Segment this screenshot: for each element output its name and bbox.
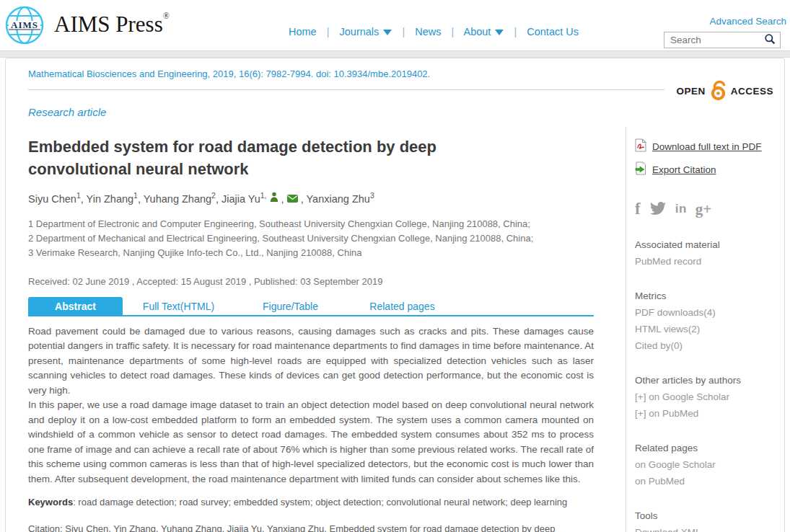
author[interactable]: Siyu Chen1 bbox=[28, 193, 81, 205]
tab-abstract[interactable]: Abstract bbox=[28, 297, 123, 315]
export-citation-icon bbox=[635, 161, 646, 178]
abstract-body: Road pavement could be damaged due to va… bbox=[28, 324, 594, 487]
abstract-paragraph-2: In this paper, we use a road damage imag… bbox=[28, 398, 594, 487]
panel-top: Mathematical Biosciences and Engineering… bbox=[6, 58, 784, 127]
section-title: Metrics bbox=[635, 288, 780, 304]
tab-related-pages[interactable]: Related pages bbox=[346, 297, 458, 315]
google-plus-icon[interactable]: g+ bbox=[695, 200, 711, 218]
logo-wordmark: AIMS Press® bbox=[54, 11, 170, 37]
search-area: Advanced Search bbox=[664, 14, 786, 48]
nav-contact-us[interactable]: Contact Us bbox=[527, 26, 579, 37]
export-citation-link[interactable]: Export Citation bbox=[635, 161, 780, 178]
authors-pubmed-link[interactable]: [+] on PubMed bbox=[635, 405, 780, 422]
twitter-icon[interactable] bbox=[649, 202, 667, 216]
facebook-icon[interactable]: f bbox=[635, 200, 641, 218]
author[interactable]: Yin Zhang1 bbox=[87, 193, 138, 205]
abstract-paragraph-1: Road pavement could be damaged due to va… bbox=[28, 324, 594, 399]
journal-citation-link[interactable]: Mathematical Biosciences and Engineering… bbox=[28, 68, 430, 79]
registered-mark: ® bbox=[163, 11, 170, 21]
horizontal-rule bbox=[28, 89, 664, 90]
article-main-column: Embedded system for road damage detectio… bbox=[6, 127, 626, 532]
aims-press-logo[interactable]: AIMS AIMS Press® bbox=[4, 5, 170, 48]
author[interactable]: Yuhang Zhang2 bbox=[144, 193, 216, 205]
section-metrics: Metrics PDF downloads(4) HTML views(2) C… bbox=[635, 288, 780, 354]
section-other-articles: Other articles by authors [+] on Google … bbox=[635, 372, 780, 422]
affiliation-3: 3 Verimake Research, Nanjing Qujike Info… bbox=[28, 246, 594, 260]
article-title: Embedded system for road damage detectio… bbox=[28, 136, 526, 180]
article-dates: Received: 02 June 2019 , Accepted: 15 Au… bbox=[28, 276, 594, 287]
email-icon[interactable] bbox=[287, 193, 301, 205]
header-divider-band bbox=[0, 50, 790, 58]
download-pdf-link[interactable]: Download full text in PDF bbox=[635, 138, 780, 155]
social-share-row: f in g+ bbox=[635, 200, 780, 218]
tab-figure-table[interactable]: Figure/Table bbox=[234, 297, 346, 315]
globe-icon: AIMS bbox=[4, 5, 45, 48]
html-views-link[interactable]: HTML views(2) bbox=[635, 321, 780, 337]
pdf-downloads-link[interactable]: PDF downloads(4) bbox=[635, 304, 780, 321]
author[interactable]: Jiajia Yu1, bbox=[221, 193, 267, 205]
open-lock-icon bbox=[708, 78, 728, 104]
article-tabbar: Abstract Full Text(HTML) Figure/Table Re… bbox=[28, 297, 594, 316]
nav-home[interactable]: Home bbox=[289, 26, 317, 37]
section-tools: Tools Download XML Email to a friend bbox=[635, 507, 780, 532]
pubmed-record-link[interactable]: PubMed record bbox=[635, 253, 780, 270]
nav-journals[interactable]: Journals bbox=[340, 26, 392, 37]
affiliation-1: 1 Department of Electronic and Computer … bbox=[28, 217, 594, 231]
section-title: Related pages bbox=[635, 440, 780, 456]
section-associated-material: Associated material PubMed record bbox=[635, 236, 780, 270]
affiliations: 1 Department of Electronic and Computer … bbox=[28, 217, 594, 260]
authors-google-scholar-link[interactable]: [+] on Google Scholar bbox=[635, 389, 780, 405]
download-xml-link[interactable]: Download XML bbox=[635, 524, 780, 532]
nav-about[interactable]: About bbox=[464, 26, 504, 37]
linkedin-icon[interactable]: in bbox=[675, 202, 687, 216]
cited-by-link[interactable]: Cited by(0) bbox=[635, 337, 780, 354]
site-header: AIMS AIMS Press® Home | Journals | News … bbox=[0, 0, 790, 50]
article-sidebar: Download full text in PDF Export Citatio… bbox=[626, 127, 784, 532]
chevron-down-icon bbox=[383, 30, 392, 35]
search-input[interactable] bbox=[669, 34, 764, 46]
affiliation-2: 2 Department of Mechanical and Electrica… bbox=[28, 231, 594, 246]
related-google-scholar-link[interactable]: on Google Scholar bbox=[635, 456, 780, 473]
article-panel: Mathematical Biosciences and Engineering… bbox=[5, 58, 785, 532]
corresponding-author-icon[interactable] bbox=[270, 193, 281, 205]
nav-news[interactable]: News bbox=[415, 26, 441, 37]
open-access-badge: OPEN ACCESS bbox=[676, 78, 773, 104]
section-related-pages: Related pages on Google Scholar on PubMe… bbox=[635, 440, 780, 489]
keywords-line: Keywords: road damage detection; road su… bbox=[28, 497, 594, 507]
section-title: Other articles by authors bbox=[635, 372, 780, 389]
citation-block: Citation: Siyu Chen, Yin Zhang, Yuhang Z… bbox=[28, 521, 594, 532]
article-type-label: Research article bbox=[28, 106, 106, 118]
section-title: Tools bbox=[635, 507, 780, 524]
tab-full-text[interactable]: Full Text(HTML) bbox=[123, 297, 234, 315]
authors-line: Siyu Chen1, Yin Zhang1, Yuhang Zhang2, J… bbox=[28, 191, 594, 205]
pdf-file-icon bbox=[635, 138, 646, 155]
search-icon[interactable] bbox=[764, 33, 776, 48]
search-box bbox=[664, 32, 781, 48]
svg-text:AIMS: AIMS bbox=[11, 19, 38, 30]
advanced-search-link[interactable]: Advanced Search bbox=[709, 16, 786, 27]
main-nav: Home | Journals | News | About | Contact… bbox=[289, 26, 579, 37]
section-title: Associated material bbox=[635, 236, 780, 253]
chevron-down-icon bbox=[495, 30, 504, 35]
related-pubmed-link[interactable]: on PubMed bbox=[635, 473, 780, 489]
author[interactable]: Yanxiang Zhu3 bbox=[306, 193, 374, 205]
